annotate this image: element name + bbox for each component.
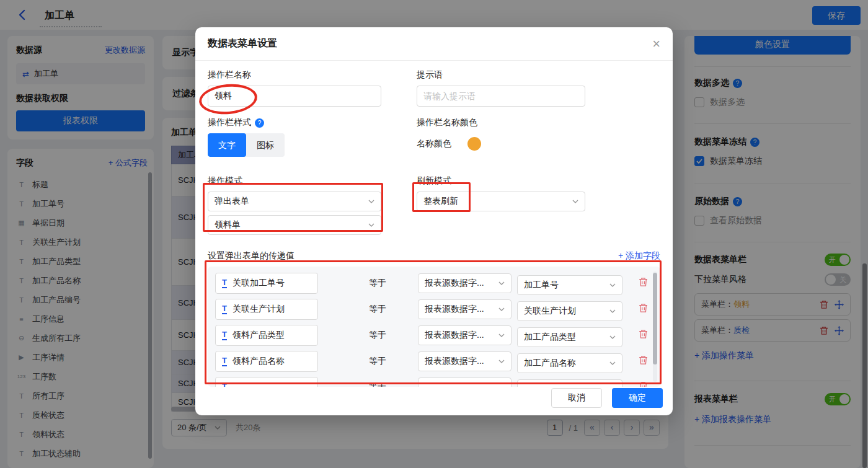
add-field-link[interactable]: + 添加字段 bbox=[618, 250, 660, 262]
table-menu-settings-dialog: 数据表菜单设置 × 操作栏名称 提示语 操作栏样式 ? bbox=[195, 27, 673, 415]
source-type-value: 报表源数据字... bbox=[425, 278, 484, 289]
chevron-down-icon bbox=[368, 223, 374, 227]
text-field-icon: T bbox=[222, 356, 227, 366]
pass-list-scrollbar[interactable] bbox=[653, 273, 657, 364]
chevron-down-icon bbox=[609, 283, 616, 287]
action-mode-select[interactable]: 弹出表单 bbox=[208, 192, 381, 211]
action-style-label: 操作栏样式 ? bbox=[208, 117, 381, 128]
source-type-select[interactable]: 报表源数据字... bbox=[418, 325, 512, 345]
chevron-down-icon bbox=[498, 307, 505, 311]
chevron-down-icon bbox=[498, 333, 505, 337]
action-name-label: 操作栏名称 bbox=[208, 69, 381, 81]
target-form-select[interactable]: 领料单 bbox=[208, 215, 381, 235]
source-type-value: 报表源数据字... bbox=[425, 330, 484, 341]
pass-values-list: T关联加工单号 等于 报表源数据字... 加工单号 T关联生产计划 等于 报表源… bbox=[208, 267, 660, 387]
source-type-select[interactable] bbox=[418, 377, 512, 387]
trash-icon[interactable] bbox=[639, 277, 648, 287]
form-field-box[interactable]: T领料产品名称 bbox=[215, 351, 318, 372]
source-field-select[interactable]: 加工产品类型 bbox=[517, 327, 622, 347]
source-type-value: 报表源数据字... bbox=[425, 356, 484, 367]
form-field-box[interactable]: T关联加工单号 bbox=[215, 273, 318, 294]
action-style-tabs: 文字 图标 bbox=[208, 133, 285, 157]
text-field-icon: T bbox=[222, 304, 227, 314]
form-field-name: 关联加工单号 bbox=[232, 278, 285, 289]
source-field-select[interactable]: 关联生产计划 bbox=[517, 301, 622, 321]
chevron-down-icon bbox=[498, 360, 505, 363]
source-field-select[interactable] bbox=[517, 379, 622, 387]
chevron-down-icon bbox=[609, 309, 616, 313]
tip-input[interactable] bbox=[417, 86, 585, 107]
action-style-label-text: 操作栏样式 bbox=[208, 117, 251, 128]
operator-label: 等于 bbox=[363, 330, 392, 341]
chevron-down-icon bbox=[609, 361, 616, 365]
source-field-select[interactable]: 加工产品名称 bbox=[517, 353, 622, 373]
trash-icon[interactable] bbox=[639, 303, 648, 313]
dialog-title: 数据表菜单设置 bbox=[208, 37, 277, 50]
operator-label: 等于 bbox=[363, 356, 392, 367]
ok-button[interactable]: 确定 bbox=[612, 388, 663, 408]
source-field-value: 加工产品名称 bbox=[524, 358, 576, 369]
chevron-down-icon bbox=[368, 200, 374, 203]
pass-value-row: T 等于 bbox=[215, 377, 653, 387]
trash-icon[interactable] bbox=[639, 381, 648, 387]
action-mode-value: 弹出表单 bbox=[215, 196, 249, 207]
text-field-icon: T bbox=[222, 278, 227, 288]
refresh-mode-label: 刷新模式 bbox=[417, 175, 585, 187]
tab-icon-style[interactable]: 图标 bbox=[246, 133, 285, 157]
form-field-name: 关联生产计划 bbox=[232, 304, 285, 315]
color-swatch[interactable] bbox=[467, 137, 481, 151]
refresh-mode-select[interactable]: 整表刷新 bbox=[417, 192, 585, 211]
operator-label: 等于 bbox=[363, 382, 392, 387]
form-field-name: 领料产品类型 bbox=[232, 330, 285, 341]
pass-values-label: 设置弹出表单的传递值 bbox=[208, 250, 294, 262]
chevron-down-icon bbox=[572, 200, 578, 203]
text-field-icon: T bbox=[222, 330, 227, 340]
app-root: 加工单 保存 数据源 更改数据源 ⇄ 加工单 数据获取权限 报表权限 字段 + … bbox=[0, 0, 868, 468]
action-mode-label: 操作模式 bbox=[208, 175, 381, 187]
name-color-label: 名称颜色 bbox=[417, 138, 451, 149]
form-field-box[interactable]: T领料产品类型 bbox=[215, 325, 318, 346]
trash-icon[interactable] bbox=[639, 355, 648, 365]
source-type-select[interactable]: 报表源数据字... bbox=[418, 273, 512, 293]
source-type-select[interactable]: 报表源数据字... bbox=[418, 351, 512, 371]
pass-value-row: T领料产品名称 等于 报表源数据字... 加工产品名称 bbox=[215, 351, 653, 372]
tab-text-style[interactable]: 文字 bbox=[208, 133, 246, 157]
chevron-down-icon bbox=[609, 335, 616, 339]
trash-icon[interactable] bbox=[639, 329, 648, 339]
text-field-icon: T bbox=[222, 382, 227, 387]
source-field-value: 关联生产计划 bbox=[524, 306, 576, 317]
operator-label: 等于 bbox=[363, 304, 392, 315]
chevron-down-icon bbox=[498, 281, 505, 285]
source-field-select[interactable]: 加工单号 bbox=[517, 275, 622, 295]
close-icon[interactable]: × bbox=[652, 37, 660, 51]
form-field-box[interactable]: T关联生产计划 bbox=[215, 299, 318, 320]
target-form-value: 领料单 bbox=[215, 219, 241, 231]
source-type-value: 报表源数据字... bbox=[425, 304, 484, 315]
action-name-input[interactable] bbox=[208, 86, 381, 107]
refresh-mode-value: 整表刷新 bbox=[423, 196, 458, 207]
pass-value-row: T关联生产计划 等于 报表源数据字... 关联生产计划 bbox=[215, 299, 653, 320]
pass-value-row: T关联加工单号 等于 报表源数据字... 加工单号 bbox=[215, 273, 653, 294]
help-icon[interactable]: ? bbox=[255, 118, 264, 128]
cancel-button[interactable]: 取消 bbox=[551, 388, 602, 408]
form-field-box[interactable]: T bbox=[215, 377, 318, 387]
pass-value-row: T领料产品类型 等于 报表源数据字... 加工产品类型 bbox=[215, 325, 653, 346]
source-type-select[interactable]: 报表源数据字... bbox=[418, 299, 512, 319]
source-field-value: 加工单号 bbox=[524, 280, 559, 291]
tip-label: 提示语 bbox=[417, 69, 585, 81]
source-field-value: 加工产品类型 bbox=[524, 332, 576, 343]
operator-label: 等于 bbox=[363, 278, 392, 289]
action-name-color-label: 操作栏名称颜色 bbox=[417, 117, 585, 128]
form-field-name: 领料产品名称 bbox=[232, 356, 285, 367]
